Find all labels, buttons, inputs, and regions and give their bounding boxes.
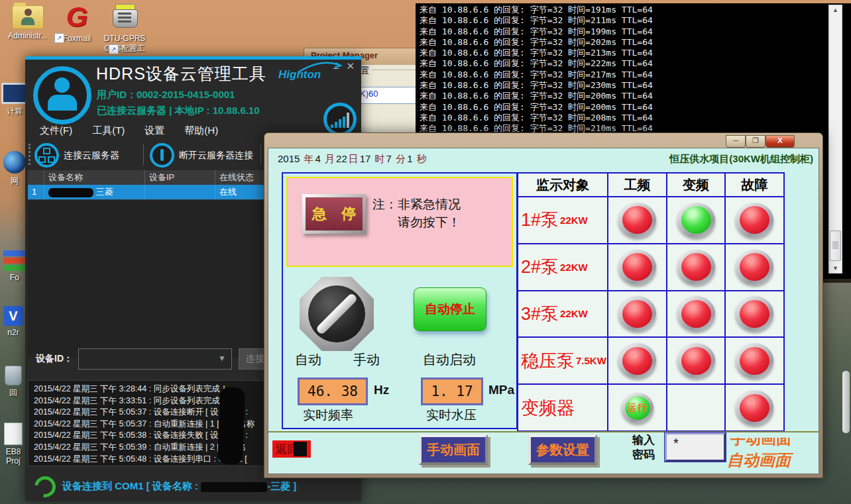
lamp-cell	[667, 385, 724, 430]
redaction	[201, 482, 267, 492]
desktop-icon-foxmail[interactable]: G ↗ Foxmail	[53, 3, 101, 43]
date-unit: 秒	[416, 153, 428, 164]
connect-cloud-button[interactable]: 连接云服务器	[34, 143, 119, 168]
red-indicator-lamp[interactable]	[618, 296, 656, 331]
archive-icon	[3, 250, 26, 271]
lamp-cell	[667, 244, 724, 290]
run-indicator-lamp[interactable]: 运行	[622, 393, 653, 423]
red-indicator-lamp[interactable]	[736, 296, 773, 331]
auto-manual-knob[interactable]	[300, 277, 374, 351]
knob-labels: 自动 手动	[295, 351, 380, 369]
green-indicator-lamp[interactable]	[677, 203, 715, 238]
shortcut-arrow-icon: ↗	[109, 44, 119, 54]
caption-buttons: ─ ❐ X	[726, 135, 795, 148]
signal-strength-icon	[323, 103, 357, 136]
emergency-stop-button[interactable]: 急 停	[302, 194, 366, 234]
table-header-cell: 监示对象	[518, 174, 607, 196]
auto-stop-button[interactable]: 自动停止	[414, 287, 486, 331]
table-header-cell: 工频	[608, 174, 666, 196]
menu-file[interactable]: 文件(F)	[40, 125, 72, 137]
lamp-cell	[608, 197, 666, 243]
frequency-display: 46. 38	[298, 378, 368, 405]
toolbar-separator	[143, 144, 144, 165]
pump-name-cell: 2#泵22KW	[518, 244, 607, 290]
lamp-cell	[726, 197, 783, 243]
pump-status-table: 监示对象工频变频故障1#泵22KW2#泵22KW3#泵22KW稳压泵7.5KW变…	[517, 172, 785, 432]
maximize-button[interactable]: ❐	[746, 135, 766, 148]
disconnect-cloud-button[interactable]: 断开云服务器连接	[150, 143, 253, 168]
hmi-window: ─ ❐ X 2015 年4 月22日17 时7 分1 秒 恒压供水项目(30KW…	[264, 132, 823, 478]
date-number: 17	[360, 153, 374, 164]
red-indicator-lamp[interactable]	[736, 203, 773, 238]
globe-icon	[3, 151, 26, 174]
project-title: 恒压供水项目(30KW机组控制柜)	[669, 153, 813, 166]
ping-line: 来自 10.88.6.6 的回复: 字节=32 时间=208ms TTL=64	[416, 113, 851, 123]
scroll-thumb[interactable]	[830, 230, 841, 261]
device-id-label: 设备ID：	[36, 353, 73, 365]
back-button[interactable]: 返回	[272, 440, 311, 458]
red-indicator-lamp[interactable]	[618, 250, 656, 285]
red-indicator-lamp[interactable]	[618, 203, 656, 238]
menu-settings[interactable]: 设置	[144, 125, 164, 137]
desktop-icon-dtu-gprs[interactable]: ↗ DTU-GPRS GPS配置工	[101, 4, 148, 54]
ghost-manual-text: 手动画面	[730, 438, 794, 446]
computer-icon	[1, 83, 28, 104]
lamp-cell	[667, 291, 724, 337]
estop-note: 注：非紧急情况 请勿按下！	[372, 195, 461, 231]
scroll-up-icon[interactable]: ▲	[829, 7, 842, 13]
red-indicator-lamp[interactable]	[736, 250, 773, 285]
hdrs-accent-bar	[25, 56, 361, 60]
lamp-cell	[667, 197, 724, 243]
date-unit: 日	[347, 153, 360, 164]
ping-line: 来自 10.88.6.6 的回复: 字节=32 时间=200ms TTL=64	[416, 102, 851, 113]
password-label: 输入密码	[632, 433, 655, 462]
hignton-logo: Hignton	[278, 68, 321, 81]
estop-panel: 急 停 注：非紧急情况 请勿按下！	[286, 177, 513, 267]
app-title: HDRS设备云管理工具	[96, 63, 266, 85]
red-indicator-lamp[interactable]	[677, 250, 715, 285]
desktop-icon-administrator[interactable]: Administr...	[4, 5, 52, 40]
background-scrollbar[interactable]	[842, 371, 850, 433]
pressure-label: 实时水压	[426, 407, 477, 424]
ping-line: 来自 10.88.6.6 的回复: 字节=32 时间=211ms TTL=64	[416, 15, 851, 26]
red-indicator-lamp[interactable]	[736, 390, 773, 425]
device-id-combobox[interactable]: ▼	[78, 348, 232, 370]
date-number: 22	[336, 153, 347, 164]
redaction	[294, 442, 307, 456]
red-indicator-lamp[interactable]	[677, 296, 715, 331]
param-settings-button[interactable]: 参数设置	[528, 434, 597, 465]
menu-tools[interactable]: 工具(T)	[92, 125, 125, 137]
date-unit: 月	[323, 153, 336, 164]
ping-output: 来自 10.88.6.6 的回复: 字节=32 时间=191ms TTL=64来…	[416, 3, 851, 134]
ping-line: 来自 10.88.6.6 的回复: 字节=32 时间=200ms TTL=64	[416, 91, 851, 101]
divider	[268, 431, 819, 432]
frequency-unit: Hz	[374, 383, 389, 397]
lamp-cell	[667, 338, 724, 383]
toolbar-grip[interactable]	[28, 144, 30, 165]
control-panel: 急 停 注：非紧急情况 请勿按下！ 自动 手动 自动停止 自动启动 46. 38…	[282, 172, 518, 429]
lamp-cell	[726, 244, 783, 290]
console-scrollbar[interactable]: ▲ ▼	[828, 5, 842, 274]
icon-label: DTU-GPRS	[101, 34, 148, 43]
scroll-down-icon[interactable]: ▼	[829, 265, 842, 272]
red-indicator-lamp[interactable]	[618, 343, 656, 378]
manual-screen-button[interactable]: 手动画面	[419, 434, 488, 465]
run-text: 运行	[628, 402, 648, 414]
ghost-auto-text: 自动画面	[727, 450, 791, 471]
date-number: 4	[315, 153, 324, 164]
menu-help[interactable]: 帮助(H)	[184, 125, 218, 137]
minimize-button[interactable]: ─	[726, 135, 746, 148]
pump-name-cell: 变频器	[518, 385, 607, 430]
minimize-button[interactable]: –	[333, 62, 339, 73]
red-indicator-lamp[interactable]	[736, 343, 773, 378]
foxmail-icon: G	[53, 3, 101, 32]
close-button[interactable]: ✕	[346, 60, 355, 72]
lamp-cell	[726, 291, 783, 337]
datetime-text: 2015 年4 月22日17 时7 分1 秒	[278, 153, 428, 166]
recycle-bin-icon	[5, 366, 22, 385]
red-indicator-lamp[interactable]	[677, 343, 715, 378]
date-number: 7	[386, 153, 395, 164]
close-button[interactable]: X	[766, 135, 795, 148]
password-input[interactable]: *	[665, 432, 726, 462]
table-header-cell: 故障	[726, 174, 783, 196]
